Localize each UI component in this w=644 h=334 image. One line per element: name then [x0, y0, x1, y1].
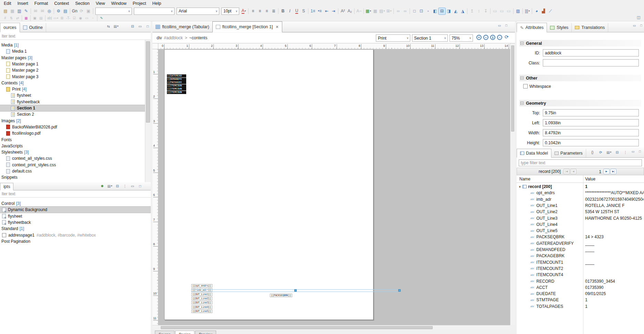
flip-horizontal-icon[interactable]: ◭: [452, 8, 459, 14]
script-item-flysheetback[interactable]: flysheetback: [0, 219, 151, 226]
tab-translations[interactable]: Translations: [572, 23, 608, 32]
maximize-icon[interactable]: □: [639, 23, 644, 28]
address-field-placeholder[interactable]: {{OUT_Line5}}: [191, 310, 212, 313]
object-align-right-icon[interactable]: ▭: [505, 8, 512, 14]
merge-field-placeholder[interactable]: {{ITEMCOUN: [167, 87, 186, 91]
breadcrumb-id[interactable]: #addblock: [164, 35, 183, 40]
border-none-icon[interactable]: □: [411, 8, 418, 14]
tab-parameters[interactable]: Parameters: [551, 149, 586, 157]
proof-print-icon[interactable]: ⚙: [55, 8, 62, 14]
new-script-icon[interactable]: ▤▾: [107, 183, 113, 189]
underline-icon[interactable]: U: [293, 8, 300, 14]
text-field-icon[interactable]: ab|: [46, 15, 53, 21]
strikethrough-icon[interactable]: S: [300, 8, 307, 14]
open-file-icon[interactable]: ▤: [2, 8, 9, 14]
data-row-out-line2[interactable]: abcOUT_Line25354 W 125TH ST: [517, 209, 644, 215]
tab-scripts[interactable]: ipts: [0, 183, 13, 190]
expander-icon[interactable]: ∨: [519, 185, 521, 188]
bullet-list-icon[interactable]: •≡: [316, 8, 323, 14]
view-tab-preview[interactable]: Preview: [195, 331, 216, 334]
minimize-icon[interactable]: ▭: [137, 23, 143, 29]
tree-item-fonts[interactable]: Fonts: [0, 137, 145, 143]
data-row-stmtpage[interactable]: abcSTMTPAGE1: [517, 297, 644, 303]
context-select[interactable]: Print∨: [376, 34, 410, 42]
menu-edit[interactable]: Edit: [1, 0, 14, 7]
geometry-left-field[interactable]: 1.0938in: [543, 119, 639, 126]
address-field-placeholder[interactable]: {{OUT_Line3}}: [191, 301, 212, 304]
id-field[interactable]: addblock: [543, 49, 639, 56]
align-justify-icon[interactable]: ≣: [270, 8, 277, 14]
signature-icon[interactable]: ✎: [98, 15, 105, 21]
view-tab-design[interactable]: Design: [175, 331, 194, 334]
packseq-placeholder[interactable]: {{PACKSEQBRK}}: [270, 294, 292, 297]
data-row-out-line5[interactable]: abcOUT_Line5: [517, 228, 644, 234]
script-item-post-pagination[interactable]: Post Pagination: [0, 238, 151, 244]
insert-positioned-box-icon[interactable]: ▦: [23, 15, 29, 21]
border-dashed-icon[interactable]: ▫: [425, 8, 432, 14]
view-menu-icon[interactable]: ⋮: [622, 149, 629, 155]
outdent-icon[interactable]: ⇤: [323, 8, 330, 14]
numbered-list-icon[interactable]: 1≡: [309, 8, 316, 14]
editor-tab-1[interactable]: ftcollins_merge (Tabular): [152, 22, 212, 32]
section-general[interactable]: General: [519, 40, 641, 46]
valign-bottom-icon[interactable]: ↧: [482, 8, 489, 14]
merge-field-placeholder[interactable]: {{GATEREAD: [167, 74, 186, 77]
collapse-all-icon[interactable]: ⊟: [114, 183, 120, 189]
geometry-height-field[interactable]: 0.1042in: [543, 139, 639, 146]
tree-item-ftcollinslogo-pdf[interactable]: ftcollinslogo.pdf: [0, 130, 145, 136]
page[interactable]: {{GATEREAD{{DEMANDFE{{PACKAGEE{{ITEMCOUN…: [164, 49, 373, 320]
geometry-width-field[interactable]: 8.4792in: [543, 129, 639, 136]
selection-handle-middle[interactable]: [294, 289, 297, 292]
export-pdf-icon[interactable]: ▥: [16, 8, 23, 14]
insert-pie-chart-icon[interactable]: ◕: [533, 8, 540, 14]
font-family-combo[interactable]: Arial∨: [177, 8, 219, 15]
insert-barcode-icon[interactable]: |||▾: [524, 8, 531, 14]
minimize-icon[interactable]: ▭: [497, 23, 502, 28]
save-as-icon[interactable]: ✎: [23, 8, 30, 14]
tree-item-flysheetback[interactable]: flysheetback: [0, 99, 145, 105]
column-name[interactable]: Name: [519, 177, 530, 181]
tree-item-stylesheets[interactable]: Stylesheets[3]: [0, 149, 145, 155]
data-row-totalpages[interactable]: abcTOTALPAGES1: [517, 303, 644, 310]
perspective-icon[interactable]: ◫: [637, 15, 640, 20]
braces-icon[interactable]: {}: [589, 149, 595, 155]
genio-icon[interactable]: Gn: [71, 8, 78, 14]
menu-format[interactable]: Format: [31, 0, 51, 7]
section-select[interactable]: Section 1∨: [412, 34, 448, 42]
remove-formatting-icon[interactable]: A−: [356, 8, 362, 14]
class-field[interactable]: [543, 59, 639, 66]
tree-item-media-1[interactable]: Media 1: [0, 48, 145, 54]
checkbox-field-icon[interactable]: ☑: [71, 15, 77, 21]
editor-tab-2[interactable]: ftcollins_merge [Section 1]✕: [212, 21, 282, 32]
menu-insert[interactable]: Insert: [14, 0, 31, 7]
merge-field-placeholder[interactable]: {{DEMANDFE: [167, 78, 186, 81]
data-row-opt-endrs[interactable]: abcopt_endrs****************AUTO**MIXED …: [517, 190, 644, 196]
border-right-icon[interactable]: ◨: [445, 8, 452, 14]
breadcrumb[interactable]: div #addblock > ~contents: [157, 35, 209, 40]
superscript-icon[interactable]: A²: [339, 8, 346, 14]
font-color-icon[interactable]: A▾: [240, 8, 247, 14]
script-item-flysheet[interactable]: flysheet: [0, 213, 151, 219]
maximize-icon[interactable]: □: [504, 23, 509, 28]
tree-item-section-2[interactable]: Section 2: [0, 111, 145, 117]
tree-item-default-css[interactable]: default.css: [0, 168, 145, 174]
tab-attributes[interactable]: ✎Attributes: [517, 23, 547, 32]
tree-item-context-print-styles-css[interactable]: context_print_styles.css: [0, 162, 145, 168]
design-canvas[interactable]: {{GATEREAD{{DEMANDFE{{PACKAGEE{{ITEMCOUN…: [158, 49, 510, 325]
menu-context[interactable]: Context: [51, 0, 72, 7]
web-preview-icon[interactable]: ◎: [46, 8, 53, 14]
tree-item-print[interactable]: Print[4]: [0, 86, 145, 92]
canvas-vertical-scrollbar[interactable]: [510, 43, 515, 325]
snippet-edit-icon[interactable]: ▤: [38, 15, 44, 21]
data-row-imb-adr[interactable]: abcimb_adr00232106727001597404902504125: [517, 196, 644, 202]
next-record-button[interactable]: ▶: [603, 169, 610, 174]
minimize-icon[interactable]: ▭: [632, 23, 637, 28]
table-cell-options-icon[interactable]: ▤▾: [379, 8, 386, 14]
distribute-vertical-icon[interactable]: ⇅: [8, 15, 14, 21]
button-field-icon[interactable]: ▭: [84, 15, 90, 21]
indent-icon[interactable]: ⇥: [330, 8, 337, 14]
data-row-record-200-[interactable]: ∨record [200]1: [517, 184, 644, 190]
menu-help[interactable]: Help: [149, 0, 164, 7]
insert-table-icon[interactable]: ▦▾: [365, 8, 372, 14]
resources-scrollbar[interactable]: [145, 40, 151, 182]
